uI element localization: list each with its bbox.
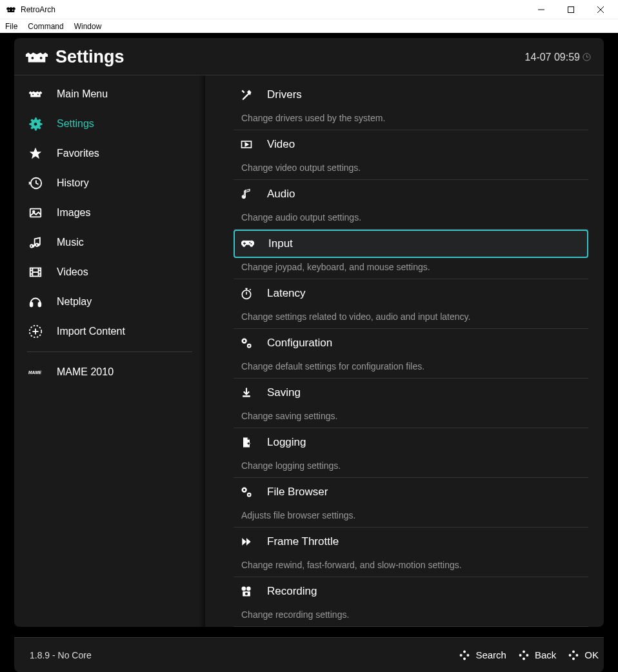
tools-icon	[240, 88, 267, 101]
settings-item-audio[interactable]: Audio Change audio output settings.	[234, 180, 588, 230]
svg-point-0	[8, 9, 10, 10]
sidebar-item-videos[interactable]: Videos	[14, 257, 205, 287]
svg-line-43	[250, 289, 251, 290]
svg-point-38	[250, 243, 252, 244]
svg-point-59	[467, 654, 470, 657]
settings-item-desc: Change logging settings.	[234, 457, 588, 477]
retroarch-icon	[25, 50, 53, 64]
clock-icon	[583, 53, 591, 61]
svg-point-62	[519, 654, 522, 657]
minimize-button[interactable]	[526, 0, 556, 19]
settings-list: Drivers Change drivers used by the syste…	[205, 75, 604, 627]
sidebar-item-label: Videos	[57, 266, 88, 278]
settings-item-latency[interactable]: Latency Change settings related to video…	[234, 279, 588, 329]
svg-point-67	[576, 654, 579, 657]
cogs-icon	[240, 486, 267, 499]
stopwatch-icon	[240, 287, 267, 300]
settings-item-saving[interactable]: Saving Change saving settings.	[234, 379, 588, 428]
settings-item-recording[interactable]: Recording Change recording settings.	[234, 577, 588, 627]
window-title: RetroArch	[21, 5, 55, 14]
gear-icon	[28, 117, 57, 131]
close-button[interactable]	[586, 0, 615, 19]
footer-action-back[interactable]: Back	[518, 649, 556, 661]
svg-point-66	[569, 654, 572, 657]
svg-point-37	[249, 242, 250, 243]
svg-point-7	[40, 57, 43, 59]
svg-point-63	[526, 654, 528, 657]
app-icon	[5, 4, 17, 15]
svg-rect-36	[243, 243, 246, 244]
film-icon	[28, 265, 57, 279]
sidebar-item-label: Netplay	[57, 296, 92, 308]
sidebar-item-main-menu[interactable]: Main Menu	[14, 79, 205, 109]
music-icon	[28, 235, 57, 250]
footer-action-label: Search	[475, 649, 506, 660]
page-header: Settings 14-07 09:59	[14, 38, 604, 75]
svg-rect-27	[30, 302, 33, 306]
settings-item-configuration[interactable]: Configuration Change default settings fo…	[234, 329, 588, 379]
menu-window[interactable]: Window	[69, 21, 107, 32]
sidebar-item-label: Favorites	[57, 148, 99, 159]
footer-status: 1.8.9 - No Core	[15, 650, 92, 660]
maximize-button[interactable]	[556, 0, 586, 19]
settings-item-label: Frame Throttle	[267, 535, 339, 548]
svg-point-64	[523, 657, 525, 660]
svg-point-50	[243, 489, 245, 491]
dpad-icon	[518, 649, 530, 661]
settings-item-desc: Change recording settings.	[234, 606, 588, 626]
settings-item-logging[interactable]: Logging Change logging settings.	[234, 428, 588, 478]
settings-item-file-browser[interactable]: File Browser Adjusts file browser settin…	[234, 478, 588, 528]
sidebar-item-music[interactable]: Music	[14, 228, 205, 257]
video-icon	[240, 138, 267, 151]
footer-action-label: OK	[584, 649, 599, 660]
sidebar-item-settings[interactable]: Settings	[14, 109, 205, 139]
settings-item-label: Latency	[267, 287, 306, 300]
settings-item-input[interactable]: Input Change joypad, keyboard, and mouse…	[234, 230, 588, 279]
settings-item-desc: Change audio output settings.	[234, 208, 588, 229]
menu-file[interactable]: File	[3, 21, 23, 32]
settings-item-label: Configuration	[267, 337, 332, 350]
sidebar-item-images[interactable]: Images	[14, 198, 205, 228]
settings-item-desc: Change saving settings.	[234, 407, 588, 428]
sidebar-divider	[27, 351, 192, 352]
svg-point-60	[463, 657, 466, 660]
settings-item-drivers[interactable]: Drivers Change drivers used by the syste…	[234, 81, 588, 130]
file-icon	[240, 436, 267, 449]
history-icon	[28, 176, 57, 190]
mame-icon: MAME	[28, 365, 57, 379]
settings-item-label: Input	[268, 237, 293, 250]
menu-bar: File Command Window	[0, 19, 618, 33]
svg-point-68	[572, 657, 575, 660]
image-icon	[28, 206, 57, 220]
settings-item-frame-throttle[interactable]: Frame Throttle Change rewind, fast-forwa…	[234, 528, 588, 577]
sidebar-item-favorites[interactable]: Favorites	[14, 139, 205, 168]
svg-point-18	[37, 243, 40, 246]
footer: 1.8.9 - No Core Search Back OK	[14, 637, 604, 672]
svg-point-58	[460, 654, 463, 657]
footer-action-label: Back	[535, 649, 556, 660]
sidebar-item-history[interactable]: History	[14, 168, 205, 198]
settings-item-label: Drivers	[267, 88, 302, 101]
dpad-icon	[568, 649, 579, 661]
footer-action-search[interactable]: Search	[459, 649, 506, 661]
svg-point-13	[34, 123, 37, 126]
svg-rect-48	[243, 395, 250, 397]
svg-point-11	[32, 94, 34, 95]
sidebar-item-netplay[interactable]: Netplay	[14, 287, 205, 317]
settings-item-video[interactable]: Video Change video output settings.	[234, 130, 588, 180]
footer-action-ok[interactable]: OK	[568, 649, 599, 661]
sidebar-item-label: Images	[57, 207, 90, 219]
app-body: Settings 14-07 09:59 Main Menu	[0, 33, 618, 672]
retroarch-icon	[28, 87, 57, 101]
svg-point-65	[572, 650, 575, 653]
settings-item-desc: Change joypad, keyboard, and mouse setti…	[234, 258, 588, 279]
settings-item-desc: Adjusts file browser settings.	[234, 506, 588, 527]
page-title: Settings	[55, 47, 125, 67]
svg-point-1	[12, 9, 14, 10]
settings-item-label: Recording	[267, 585, 317, 598]
download-icon	[240, 386, 267, 399]
menu-command[interactable]: Command	[23, 21, 68, 32]
sidebar-item-mame-2010[interactable]: MAME MAME 2010	[14, 357, 205, 387]
settings-item-label: File Browser	[267, 486, 328, 499]
sidebar-item-import-content[interactable]: Import Content	[14, 317, 205, 346]
